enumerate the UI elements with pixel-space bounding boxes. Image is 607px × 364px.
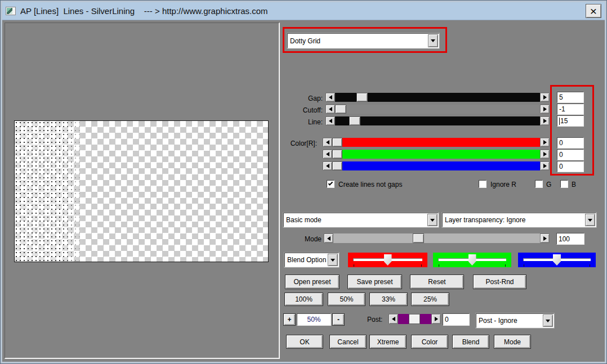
- save-preset-button[interactable]: Save preset: [347, 275, 402, 289]
- reset-button[interactable]: Reset: [410, 275, 464, 289]
- post-mode-combo[interactable]: Post - Ignore: [476, 313, 554, 328]
- chevron-down-icon[interactable]: [428, 34, 438, 47]
- cancel-button[interactable]: Cancel: [329, 335, 367, 349]
- scroll-right-arrow-icon[interactable]: [540, 161, 550, 170]
- red-trackbar-thumb[interactable]: [384, 254, 392, 266]
- post-rnd-button[interactable]: Post-Rnd: [473, 275, 526, 289]
- color-button[interactable]: Color: [411, 335, 448, 349]
- post-mode-combo-value: Post - Ignore: [476, 314, 542, 327]
- color-blue-thumb[interactable]: [332, 161, 342, 170]
- mode-value-field[interactable]: 100: [556, 233, 584, 245]
- color-red-value-field[interactable]: 0: [557, 137, 584, 149]
- scroll-right-arrow-icon[interactable]: [540, 233, 550, 243]
- cutoff-slider-thumb[interactable]: [335, 105, 346, 114]
- preset-combo-value: Dotty Grid: [288, 34, 427, 48]
- zoom-50-button[interactable]: 50%: [328, 293, 365, 306]
- chevron-down-icon[interactable]: [427, 214, 438, 226]
- scroll-left-arrow-icon[interactable]: [324, 233, 333, 243]
- ignore-g-label: G: [546, 180, 551, 189]
- scroll-left-arrow-icon[interactable]: [323, 138, 332, 147]
- green-trackbar-thumb[interactable]: [468, 254, 476, 266]
- mode-slider-thumb[interactable]: [413, 233, 424, 243]
- chevron-down-icon[interactable]: [585, 214, 595, 226]
- zoom-33-button[interactable]: 33%: [369, 293, 408, 306]
- zoom-in-button[interactable]: +: [283, 313, 296, 326]
- scroll-left-arrow-icon[interactable]: [325, 105, 335, 114]
- line-value-field[interactable]: 15: [557, 115, 584, 127]
- cutoff-scrollbar[interactable]: [325, 105, 550, 114]
- color-red-thumb[interactable]: [332, 138, 342, 147]
- basic-mode-combo-value: Basic mode: [284, 213, 427, 227]
- ignore-b-label: B: [572, 180, 576, 189]
- text-caret: [559, 118, 560, 125]
- window-title: AP [Lines] Lines - SilverLining --- > ht…: [20, 6, 581, 16]
- color-blue-scrollbar[interactable]: [323, 161, 550, 170]
- scroll-right-arrow-icon[interactable]: [540, 116, 550, 125]
- blue-trackbar-thumb[interactable]: [553, 254, 561, 266]
- dotty-grid-preview: [15, 121, 83, 262]
- layer-transparency-combo[interactable]: Layer transparency: Ignore: [442, 213, 596, 227]
- mode-button[interactable]: Mode: [494, 335, 531, 349]
- ignore-r-checkbox[interactable]: [479, 180, 487, 188]
- scroll-left-arrow-icon[interactable]: [325, 93, 335, 102]
- zoom-out-button[interactable]: -: [332, 313, 345, 326]
- preview-panel: [5, 23, 280, 359]
- scroll-right-arrow-icon[interactable]: [540, 93, 550, 102]
- create-lines-checkbox[interactable]: [327, 180, 334, 188]
- blend-option-combo-value: Blend Option: [285, 253, 327, 267]
- scroll-left-arrow-icon[interactable]: [323, 150, 332, 159]
- cutoff-label: Cutoff:: [255, 106, 323, 115]
- chevron-down-icon[interactable]: [328, 254, 338, 266]
- post-value-field[interactable]: 0: [443, 313, 470, 326]
- line-label: Line:: [255, 118, 323, 127]
- xtreme-button[interactable]: Xtreme: [369, 335, 407, 349]
- zoom-100-button[interactable]: 100%: [284, 293, 323, 306]
- gap-label: Gap:: [255, 94, 323, 103]
- red-blend-trackbar[interactable]: [348, 253, 427, 267]
- scroll-left-arrow-icon[interactable]: [323, 161, 332, 170]
- scroll-right-arrow-icon[interactable]: [431, 314, 441, 324]
- dialog-client-area: Dotty Grid Gap: 5 Cutoff: -1 Line: 15 Co…: [2, 20, 605, 362]
- scroll-right-arrow-icon[interactable]: [540, 138, 550, 147]
- zoom-25-button[interactable]: 25%: [411, 293, 449, 306]
- post-track-right: [420, 314, 431, 324]
- scroll-left-arrow-icon[interactable]: [325, 116, 335, 125]
- preview-canvas: [14, 120, 269, 262]
- line-slider-thumb[interactable]: [349, 116, 360, 125]
- preset-combo[interactable]: Dotty Grid: [287, 33, 439, 48]
- open-preset-button[interactable]: Open preset: [285, 275, 340, 289]
- ignore-b-checkbox[interactable]: [560, 180, 568, 188]
- color-green-scrollbar[interactable]: [323, 150, 550, 159]
- gap-value-field[interactable]: 5: [557, 92, 584, 103]
- ignore-g-checkbox[interactable]: [535, 180, 543, 188]
- gap-slider-thumb[interactable]: [356, 93, 368, 102]
- color-label: Color[R]:: [249, 139, 317, 148]
- scroll-left-arrow-icon[interactable]: [389, 314, 398, 324]
- chevron-down-icon[interactable]: [543, 314, 553, 327]
- color-green-thumb[interactable]: [332, 150, 342, 159]
- blue-blend-trackbar[interactable]: [518, 253, 596, 267]
- checkmark-icon: [328, 181, 333, 185]
- post-scrollbar[interactable]: [389, 314, 441, 324]
- scroll-right-arrow-icon[interactable]: [540, 150, 550, 159]
- layer-transparency-combo-value: Layer transparency: Ignore: [443, 213, 584, 227]
- mode-scrollbar[interactable]: [324, 233, 550, 243]
- close-icon: ×: [590, 5, 597, 17]
- post-slider-thumb[interactable]: [409, 314, 420, 324]
- ok-button[interactable]: OK: [286, 335, 323, 349]
- close-button[interactable]: ×: [586, 4, 601, 18]
- window-icon: [6, 7, 16, 15]
- blend-option-combo[interactable]: Blend Option: [284, 253, 339, 267]
- ignore-r-label: Ignore R: [490, 180, 516, 189]
- line-scrollbar[interactable]: [325, 116, 550, 125]
- color-blue-value-field[interactable]: 0: [557, 161, 584, 172]
- scroll-right-arrow-icon[interactable]: [540, 105, 550, 114]
- green-blend-trackbar[interactable]: [433, 253, 511, 267]
- color-green-value-field[interactable]: 0: [557, 149, 584, 160]
- cutoff-value-field[interactable]: -1: [557, 104, 584, 115]
- basic-mode-combo[interactable]: Basic mode: [283, 213, 439, 227]
- gap-scrollbar[interactable]: [325, 93, 550, 102]
- blend-button[interactable]: Blend: [452, 335, 489, 349]
- post-label: Post:: [367, 315, 382, 324]
- color-red-scrollbar[interactable]: [323, 138, 550, 147]
